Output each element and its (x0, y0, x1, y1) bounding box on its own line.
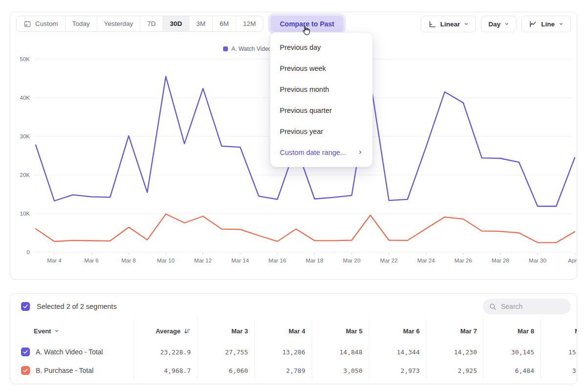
table-cell: 27,755 (197, 343, 254, 361)
menu-item-previous-day[interactable]: Previous day (271, 37, 372, 58)
table-cell: 3,050 (312, 361, 369, 380)
x-axis-label: Mar 30 (529, 258, 546, 263)
range-button-yesterday[interactable]: Yesterday (97, 16, 141, 31)
range-button-today[interactable]: Today (66, 16, 97, 31)
range-button-label: 7D (147, 20, 156, 27)
search-input[interactable] (483, 299, 571, 314)
y-axis-label: 40K (20, 95, 30, 101)
range-button-label: 12M (243, 20, 256, 27)
x-axis-label: Mar 22 (380, 258, 398, 263)
table-header-row: EventAverageMar 3Mar 4Mar 5Mar 6Mar 7Mar… (10, 319, 577, 343)
table-cell: 14,230 (426, 343, 483, 361)
range-button-label: Custom (35, 20, 58, 27)
menu-item-label: Custom date range... (280, 149, 346, 156)
table-cell: 2,789 (254, 361, 312, 380)
column-header-mar-6: Mar 6 (369, 319, 426, 343)
chevron-down-icon (504, 22, 509, 26)
range-button-label: Yesterday (104, 20, 134, 27)
analytics-dashboard: { "colors": { "accent_purple": "#6254e0"… (0, 0, 587, 392)
table-cell: 30,145 (483, 343, 541, 361)
table-cell: 14,848 (312, 343, 369, 361)
column-header-label: Average (156, 327, 181, 335)
legend-label: A. Watch Video (231, 45, 271, 52)
event-cell: B. Purchase - Total (10, 361, 134, 380)
interval-dropdown[interactable]: Day (481, 16, 517, 32)
chart-type-dropdown[interactable]: Line (521, 16, 571, 32)
segment-label: B. Purchase - Total (36, 367, 93, 374)
table-cell: 23,228.9 (134, 343, 197, 361)
range-button-custom[interactable]: Custom (17, 16, 66, 31)
y-axis-label: 20K (20, 172, 30, 178)
y-axis-label: 50K (20, 56, 30, 62)
calendar-icon (23, 20, 31, 28)
compare-to-past-button[interactable]: Compare to Past (271, 16, 343, 32)
range-button-3m[interactable]: 3M (189, 16, 213, 31)
column-header-mar-5: Mar 5 (312, 319, 369, 343)
x-axis-label: Mar 10 (157, 258, 175, 263)
column-header-average[interactable]: Average (134, 319, 197, 343)
menu-item-previous-week[interactable]: Previous week (271, 58, 372, 79)
table-cell: 4,968.7 (134, 361, 197, 380)
column-header-mar-3: Mar 3 (197, 319, 254, 343)
table-cell: 13,286 (254, 343, 312, 361)
x-axis-label: Mar 20 (343, 258, 361, 263)
table-cell: 3,213 (541, 361, 577, 380)
range-button-label: 3M (196, 20, 205, 27)
segments-table: EventAverageMar 3Mar 4Mar 5Mar 6Mar 7Mar… (10, 319, 577, 380)
column-header-mar-9: Mar 9 (541, 319, 577, 343)
x-axis-label: Mar 18 (306, 258, 323, 263)
segment-checkbox[interactable] (21, 366, 30, 375)
chevron-right-icon (358, 150, 363, 155)
menu-item-previous-quarter[interactable]: Previous quarter (271, 100, 372, 121)
range-button-7d[interactable]: 7D (140, 16, 163, 31)
x-axis-label: Mar 16 (269, 258, 286, 263)
table-cell: 6,060 (197, 361, 254, 380)
x-axis-label: Mar 24 (417, 258, 435, 263)
x-axis-label: Mar 8 (121, 258, 135, 263)
x-axis-label: Mar 26 (454, 258, 472, 263)
chevron-down-icon (464, 22, 469, 26)
x-axis-label: Apr 1 (568, 258, 578, 263)
range-button-30d[interactable]: 30D (163, 16, 189, 31)
range-button-label: 30D (170, 20, 182, 27)
range-button-label: 6M (220, 20, 229, 27)
line-chart-icon (529, 20, 537, 28)
column-header-mar-4: Mar 4 (254, 319, 312, 343)
selected-count-label: Selected 2 of 2 segments (37, 303, 117, 310)
column-header-mar-8: Mar 8 (483, 319, 541, 343)
scale-label: Linear (440, 21, 460, 28)
scale-dropdown[interactable]: Linear (421, 16, 476, 32)
chevron-down-icon (54, 328, 59, 333)
search-icon (489, 303, 497, 311)
range-button-6m[interactable]: 6M (213, 16, 236, 31)
legend-swatch (223, 46, 228, 51)
menu-item-previous-year[interactable]: Previous year (271, 121, 372, 142)
chart-type-label: Line (541, 21, 555, 28)
table-cell: 15,489 (541, 343, 577, 361)
event-cell: A. Watch Video - Total (10, 343, 134, 361)
table-row-purchase: B. Purchase - Total4,968.76,0602,7893,05… (10, 361, 577, 380)
segment-label: A. Watch Video - Total (36, 348, 103, 356)
table-cell: 2,973 (369, 361, 426, 380)
series-line-purchase (36, 214, 575, 243)
table-cell: 14,344 (369, 343, 426, 361)
x-axis-label: Mar 28 (492, 258, 509, 263)
search-field[interactable] (501, 303, 560, 310)
segments-table-card: Selected 2 of 2 segments EventAverageMar… (10, 293, 577, 384)
segment-checkbox[interactable] (21, 348, 30, 356)
range-button-12m[interactable]: 12M (236, 16, 263, 31)
select-all-checkbox[interactable] (21, 302, 30, 311)
y-axis-label: 10K (20, 211, 30, 217)
column-header-event[interactable]: Event (10, 319, 134, 343)
table-cell: 2,925 (426, 361, 483, 380)
legend-item-watch-video[interactable]: A. Watch Video (223, 45, 271, 52)
x-axis-label: Mar 6 (84, 258, 98, 263)
x-axis-label: Mar 4 (47, 258, 62, 263)
menu-item-custom-date-range[interactable]: Custom date range... (271, 142, 372, 163)
y-axis-label: 0 (27, 249, 30, 255)
menu-item-previous-month[interactable]: Previous month (271, 79, 372, 100)
sort-descending-icon[interactable] (183, 327, 191, 335)
column-header-label: Event (34, 327, 51, 335)
table-cell: 6,484 (483, 361, 541, 380)
date-range-segmented-control: CustomTodayYesterday7D30D3M6M12M (16, 16, 263, 32)
